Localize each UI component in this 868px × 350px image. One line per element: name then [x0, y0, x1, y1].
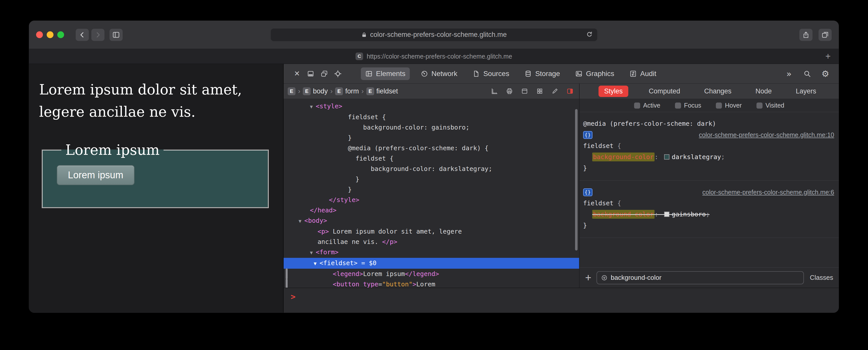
dom-scrollbar-thumb[interactable]	[575, 109, 578, 251]
tab-computed[interactable]: Computed	[645, 86, 684, 97]
css-declaration-overridden[interactable]: background-color: gainsboro;	[583, 209, 834, 220]
close-icon: ✕	[294, 69, 300, 78]
address-bar[interactable]: color-scheme-prefers-color-scheme.glitch…	[271, 29, 597, 41]
tab-graphics[interactable]: Graphics	[571, 67, 618, 80]
dom-tree-row[interactable]: </head>	[284, 205, 579, 215]
style-rules-list: @media (prefers-color-scheme: dark) {} c…	[580, 112, 839, 267]
close-inspector-button[interactable]: ✕	[290, 67, 304, 81]
target-icon	[334, 70, 342, 78]
dom-tree-row[interactable]: background-color: darkslategray;	[284, 164, 579, 174]
audit-icon	[629, 70, 637, 78]
grid-overlay-button[interactable]	[534, 86, 545, 97]
new-tab-button[interactable]: +	[825, 52, 831, 61]
console-bar[interactable]: >	[284, 288, 839, 313]
dom-tree-row[interactable]: ▼ <style>	[284, 101, 579, 112]
breadcrumb-item-html[interactable]: E	[287, 87, 296, 95]
dom-tree-row[interactable]: <legend>Lorem ipsum</legend>	[284, 269, 579, 279]
tab-sources[interactable]: Sources	[468, 67, 514, 80]
edit-dom-button[interactable]	[549, 86, 560, 97]
safari-window: color-scheme-prefers-color-scheme.glitch…	[29, 21, 839, 313]
tab-storage[interactable]: Storage	[520, 67, 564, 80]
close-window-button[interactable]	[36, 31, 43, 38]
settings-button[interactable]: ⚙	[818, 67, 832, 81]
chevron-right-icon	[94, 31, 102, 39]
undock-window-button[interactable]	[317, 67, 331, 81]
classes-button[interactable]: Classes	[810, 274, 833, 282]
forward-button[interactable]	[91, 29, 104, 41]
layout-rulers-button[interactable]	[489, 86, 500, 97]
dom-tree-row[interactable]: </style>	[284, 195, 579, 205]
tab-changes[interactable]: Changes	[701, 86, 735, 97]
breadcrumb-item-form[interactable]: E form	[335, 87, 359, 95]
tab-styles[interactable]: Styles	[598, 86, 628, 97]
highlight-overlay-icon	[566, 88, 574, 95]
dom-tree-row[interactable]: }	[284, 184, 579, 195]
dom-tree-row[interactable]: }	[284, 133, 579, 143]
pseudo-checkbox-hover[interactable]: Hover	[716, 102, 742, 109]
console-prompt-icon: >	[291, 293, 296, 301]
style-rule-overridden: {} color-scheme-prefers-color-scheme.gli…	[580, 180, 839, 238]
dom-tree-row-selected[interactable]: ▼ <fieldset> = $0	[284, 258, 579, 269]
breadcrumb-item-body[interactable]: E body	[302, 87, 328, 95]
breadcrumb-item-fieldset[interactable]: E fieldset	[366, 87, 399, 95]
dom-tree-row[interactable]: }	[284, 174, 579, 184]
dom-tree-row[interactable]: <p> Lorem ipsum dolor sit amet, legere	[284, 226, 579, 237]
css-rule-icon: {}	[583, 188, 592, 196]
dom-tree-row[interactable]: ▼ <body>	[284, 215, 579, 226]
rule-selector[interactable]: fieldset {	[583, 140, 834, 151]
zoom-window-button[interactable]	[57, 31, 64, 38]
inspect-element-button[interactable]	[331, 67, 345, 81]
pseudo-checkbox-visited[interactable]: Visited	[756, 102, 784, 109]
storage-icon	[524, 70, 532, 78]
search-button[interactable]	[800, 67, 814, 81]
share-button[interactable]	[799, 29, 812, 41]
inspector-tab-strip: Elements Network Sources Storage	[361, 67, 667, 80]
dock-bottom-button[interactable]	[304, 67, 317, 81]
dom-tree-row[interactable]: fieldset {	[284, 112, 579, 122]
dom-tree-row[interactable]: @media (prefers-color-scheme: dark) {	[284, 143, 579, 153]
element-icon: E	[288, 87, 296, 95]
breadcrumb-separator: ›	[361, 87, 364, 95]
more-tabs-button[interactable]: »	[782, 67, 796, 81]
print-styles-button[interactable]	[504, 86, 515, 97]
pseudo-checkbox-active[interactable]: Active	[634, 102, 660, 109]
dom-tree-row[interactable]: fieldset {	[284, 153, 579, 164]
fieldset-legend: Lorem ipsum	[61, 142, 163, 158]
style-source-link[interactable]: color-scheme-prefers-color-scheme.glitch…	[699, 131, 834, 139]
tab-elements[interactable]: Elements	[361, 67, 410, 80]
color-swatch[interactable]	[664, 212, 670, 217]
page-button[interactable]: Lorem ipsum	[57, 165, 134, 185]
color-swatch[interactable]	[664, 154, 670, 159]
tab-audit[interactable]: Audit	[625, 67, 660, 80]
sidebar-toggle-button[interactable]	[110, 29, 123, 41]
back-button[interactable]	[76, 29, 89, 41]
tab-node[interactable]: Node	[752, 86, 775, 97]
dom-tree-row[interactable]: ▼ <form>	[284, 247, 579, 258]
tab-url: https://color-scheme-prefers-color-schem…	[367, 53, 512, 60]
gear-icon: ⚙	[822, 69, 829, 79]
styles-filter-input[interactable]: background-color	[596, 271, 804, 284]
window-controls	[36, 31, 64, 38]
tab-layers[interactable]: Layers	[792, 86, 820, 97]
dom-tree-row[interactable]: background-color: gainsboro;	[284, 122, 579, 133]
css-declaration[interactable]: background-color: darkslategray;	[583, 151, 834, 163]
css-property: background-color	[592, 210, 654, 219]
minimize-window-button[interactable]	[47, 31, 54, 38]
active-tab[interactable]: C https://color-scheme-prefers-color-sch…	[355, 53, 512, 60]
dom-tree-row[interactable]: <button type="button">Lorem	[284, 279, 579, 288]
new-rule-button[interactable]: +	[585, 272, 591, 283]
element-overlay-toggle[interactable]	[564, 86, 576, 97]
dom-tree-row[interactable]: ancillae ne vis. </p>	[284, 237, 579, 247]
styles-sidebar-tabs: Styles Computed Changes Node Layers	[580, 84, 839, 99]
rule-selector[interactable]: fieldset {	[583, 198, 834, 209]
inspector-toolbar: ✕ Elements Network	[284, 64, 839, 84]
pseudo-checkbox-focus[interactable]: Focus	[675, 102, 701, 109]
shadow-dom-button[interactable]	[519, 86, 530, 97]
page-fieldset: Lorem ipsum Lorem ipsum	[42, 142, 269, 208]
reload-icon[interactable]	[586, 31, 593, 38]
style-source-link[interactable]: color-scheme-prefers-color-scheme.glitch…	[703, 188, 834, 196]
tab-overview-button[interactable]	[818, 29, 832, 41]
dom-tree: ▼ <style> fieldset { background-color: g…	[284, 99, 580, 288]
tab-network[interactable]: Network	[416, 67, 462, 80]
pencil-icon	[551, 88, 558, 95]
